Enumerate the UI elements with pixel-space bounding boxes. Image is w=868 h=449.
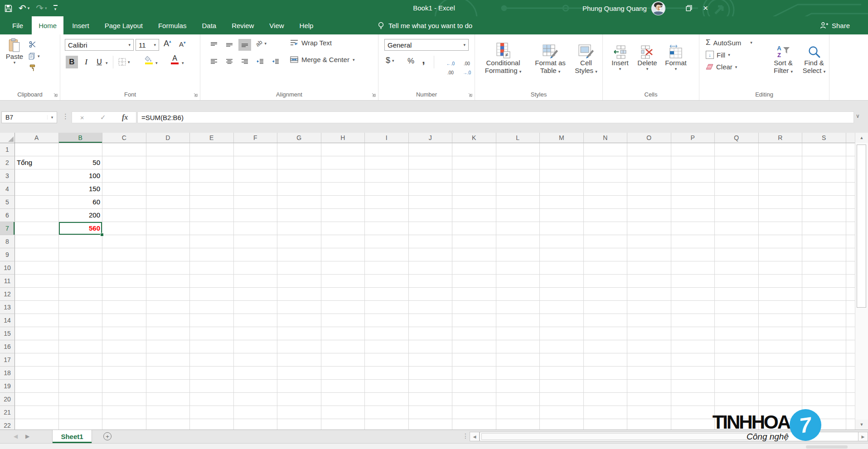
cell-B17[interactable] [59, 353, 103, 367]
cell-E2[interactable] [190, 156, 234, 169]
cell-P18[interactable] [671, 367, 715, 380]
cell-P11[interactable] [671, 275, 715, 288]
cell-S15[interactable] [802, 327, 846, 340]
cell-J7[interactable] [409, 222, 453, 235]
cell-partial-16[interactable] [846, 340, 855, 353]
cell-D4[interactable] [146, 183, 190, 196]
cell-S2[interactable] [802, 156, 846, 169]
cell-C11[interactable] [102, 275, 146, 288]
cell-A13[interactable] [15, 301, 59, 314]
cell-S8[interactable] [802, 235, 846, 248]
dialog-launcher-icon[interactable] [371, 92, 376, 97]
cell-N3[interactable] [584, 169, 628, 183]
cell-F16[interactable] [234, 340, 278, 353]
cell-K15[interactable] [452, 327, 496, 340]
cell-E4[interactable] [190, 183, 234, 196]
cell-R14[interactable] [759, 314, 803, 327]
cell-E1[interactable] [190, 143, 234, 156]
cell-N15[interactable] [584, 327, 628, 340]
name-box[interactable]: B7 ▾ [1, 111, 57, 123]
customize-quick-access-button[interactable]: ▾ [53, 5, 58, 11]
cell-L12[interactable] [496, 288, 540, 301]
column-header-P[interactable]: P [671, 133, 715, 143]
cell-L1[interactable] [496, 143, 540, 156]
cell-B4[interactable]: 150 [59, 183, 103, 196]
cell-J1[interactable] [409, 143, 453, 156]
cell-styles-button[interactable]: Cell Styles ▾ [572, 37, 600, 95]
format-cells-button[interactable]: Format ▾ [662, 37, 690, 95]
cell-M7[interactable] [540, 222, 584, 235]
cell-Q16[interactable] [715, 340, 759, 353]
cell-J21[interactable] [409, 406, 453, 419]
cell-partial-21[interactable] [846, 406, 855, 419]
scroll-right-icon[interactable]: ▶ [858, 432, 868, 441]
cell-L11[interactable] [496, 275, 540, 288]
cell-O14[interactable] [627, 314, 671, 327]
cell-M1[interactable] [540, 143, 584, 156]
cell-R20[interactable] [759, 393, 803, 406]
cell-Q18[interactable] [715, 367, 759, 380]
comma-style-button[interactable]: , [422, 53, 425, 66]
cell-Q7[interactable] [715, 222, 759, 235]
cell-L16[interactable] [496, 340, 540, 353]
cell-K16[interactable] [452, 340, 496, 353]
row-header-11[interactable]: 11 [0, 275, 15, 288]
cell-O16[interactable] [627, 340, 671, 353]
cell-M21[interactable] [540, 406, 584, 419]
align-center-button[interactable] [223, 56, 236, 68]
increase-indent-button[interactable] [269, 56, 282, 68]
cell-L4[interactable] [496, 183, 540, 196]
formula-expand-icon[interactable]: ∨ [856, 113, 860, 119]
cell-C9[interactable] [102, 248, 146, 261]
decrease-decimal-button[interactable]: .00 →.0 [455, 57, 471, 80]
cell-P19[interactable] [671, 380, 715, 393]
cell-F9[interactable] [234, 248, 278, 261]
column-header-I[interactable]: I [365, 133, 409, 143]
cell-Q14[interactable] [715, 314, 759, 327]
cell-O5[interactable] [627, 196, 671, 209]
cell-P12[interactable] [671, 288, 715, 301]
format-as-table-button[interactable]: Format as Table ▾ [529, 37, 571, 95]
column-header-Q[interactable]: Q [715, 133, 759, 143]
cell-H1[interactable] [321, 143, 365, 156]
cell-O6[interactable] [627, 209, 671, 222]
cell-S14[interactable] [802, 314, 846, 327]
cell-C2[interactable] [102, 156, 146, 169]
row-header-12[interactable]: 12 [0, 288, 15, 301]
autosum-button[interactable]: Σ AutoSum ▾ [706, 38, 752, 47]
cell-N6[interactable] [584, 209, 628, 222]
tell-me-box[interactable]: Tell me what you want to do [377, 16, 472, 34]
decrease-indent-button[interactable] [254, 56, 267, 68]
cell-B11[interactable] [59, 275, 103, 288]
cell-M5[interactable] [540, 196, 584, 209]
cell-P15[interactable] [671, 327, 715, 340]
delete-cells-button[interactable]: Delete ▾ [635, 37, 660, 95]
active-cell-B7[interactable]: 560 [59, 222, 103, 235]
cell-P4[interactable] [671, 183, 715, 196]
cell-partial-22[interactable] [846, 419, 855, 430]
column-header-B[interactable]: B [59, 133, 103, 143]
cell-B18[interactable] [59, 367, 103, 380]
cell-partial-20[interactable] [846, 393, 855, 406]
cell-S19[interactable] [802, 380, 846, 393]
cell-partial-13[interactable] [846, 301, 855, 314]
cell-D10[interactable] [146, 261, 190, 275]
cell-B1[interactable] [59, 143, 103, 156]
cell-L19[interactable] [496, 380, 540, 393]
cell-N9[interactable] [584, 248, 628, 261]
cell-L2[interactable] [496, 156, 540, 169]
cell-L21[interactable] [496, 406, 540, 419]
cell-O3[interactable] [627, 169, 671, 183]
cell-D13[interactable] [146, 301, 190, 314]
column-header-A[interactable]: A [15, 133, 59, 143]
cell-G13[interactable] [277, 301, 321, 314]
column-header-M[interactable]: M [540, 133, 584, 143]
cell-J18[interactable] [409, 367, 453, 380]
tab-view[interactable]: View [262, 16, 291, 34]
cell-O12[interactable] [627, 288, 671, 301]
cell-M8[interactable] [540, 235, 584, 248]
cell-R10[interactable] [759, 261, 803, 275]
cell-P9[interactable] [671, 248, 715, 261]
cell-I5[interactable] [365, 196, 409, 209]
dialog-launcher-icon[interactable] [467, 92, 472, 97]
